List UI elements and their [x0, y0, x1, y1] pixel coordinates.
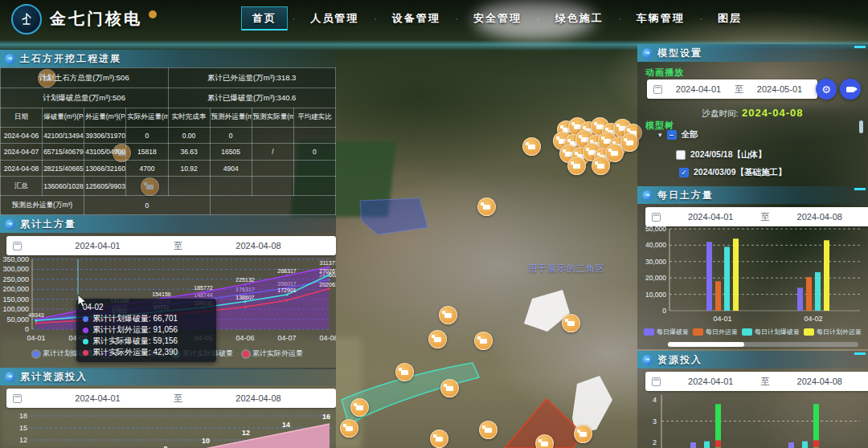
- column-header: 外运量(m³)(P/A): [84, 108, 126, 128]
- tree-item-label: 2024/03/09【基础施工】: [694, 167, 787, 178]
- chart-scrollbar-thumb[interactable]: [668, 342, 744, 347]
- svg-text:350,000: 350,000: [2, 255, 29, 263]
- svg-text:150,000: 150,000: [2, 295, 29, 303]
- summary-row: 计划爆破总量(万m³):506累计已爆破量(万m³):340.6: [1, 88, 336, 108]
- sandbox-time: 沙盘时间: 2024-04-08: [637, 105, 868, 120]
- map-marker[interactable]: [395, 363, 414, 381]
- nav-item-6[interactable]: 车辆管理: [626, 7, 695, 30]
- map-marker[interactable]: [567, 157, 586, 175]
- legend-item[interactable]: 每日计划外运量: [804, 328, 862, 336]
- cumres-area-chart: 181512810121416: [0, 368, 336, 448]
- checkbox[interactable]: –: [667, 130, 677, 140]
- panel-model-settings: ➜ 模型设置 动画播放 2024-04-01 至 2024-05-01 ⚙ 沙盘…: [637, 44, 868, 186]
- map-marker[interactable]: [592, 157, 610, 175]
- svg-text:04-01: 04-01: [713, 315, 731, 323]
- legend-item[interactable]: 每日计划爆破量: [742, 328, 800, 336]
- truck-icon: [573, 164, 580, 169]
- nav-separator-dot: ·: [374, 14, 376, 23]
- nav-item-5[interactable]: 绿色施工: [544, 7, 613, 30]
- sandbox-time-value: 2024-04-08: [742, 107, 804, 119]
- table-row: 2024-04-0642100/1349439306/3197000.000: [1, 127, 336, 144]
- summary-cell: 计划土石方总量(万m³):506: [1, 68, 169, 88]
- table-cell: 2024-04-08: [1, 160, 43, 177]
- tree-item-2[interactable]: 2024/05/18【山体】: [676, 149, 767, 161]
- animation-play-button[interactable]: [840, 79, 861, 100]
- gear-icon: ⚙: [821, 83, 831, 96]
- truck-icon: [611, 151, 618, 156]
- tooltip-row: 累计实际爆破量: 59,156: [83, 336, 210, 347]
- map-marker[interactable]: [479, 421, 497, 439]
- animation-settings-button[interactable]: ⚙: [816, 79, 837, 100]
- map-marker[interactable]: [439, 306, 457, 324]
- model-date-range[interactable]: 2024-04-01 至 2024-05-01: [647, 79, 817, 99]
- map-marker[interactable]: [620, 133, 639, 152]
- truck-icon: [434, 337, 441, 342]
- tooltip-row: 累计实际外运量: 42,390: [83, 347, 210, 358]
- map-marker[interactable]: [574, 425, 592, 443]
- checkbox[interactable]: [676, 150, 686, 160]
- column-header: 预测外运量(m³): [210, 108, 252, 128]
- legend-item[interactable]: 累计实际外运量: [243, 348, 303, 359]
- nav-item-4[interactable]: 安全管理: [463, 7, 532, 30]
- nav-item-2[interactable]: 人员管理: [300, 7, 369, 30]
- footer-value: 0: [84, 196, 210, 215]
- series-dot-icon: [83, 316, 88, 322]
- series-dot-icon: [83, 339, 88, 344]
- table-cell: 2024-04-06: [1, 127, 43, 144]
- series-dot-icon: [83, 328, 88, 333]
- svg-text:100,000: 100,000: [2, 305, 29, 313]
- summary-row: 计划土石方总量(万m³):506累计已外运量(万m³):318.3: [1, 68, 336, 88]
- map-marker[interactable]: [350, 398, 369, 417]
- panel-cumulative-earthwork: ➜ 累计土方量 2024-04-01 至 2024-04-08 050,0001…: [0, 215, 336, 369]
- legend-item[interactable]: 每日爆破量: [644, 328, 689, 336]
- legend-swatch-icon: [693, 328, 703, 336]
- truck-icon: [346, 426, 353, 431]
- nav-item-7[interactable]: 图层: [707, 7, 752, 30]
- map-marker[interactable]: [428, 330, 447, 348]
- legend-label: 累计实际外运量: [252, 348, 303, 359]
- truck-icon: [446, 386, 453, 391]
- panel-arrow-icon: ➜: [5, 54, 15, 64]
- table-cell: [293, 127, 335, 144]
- map-marker[interactable]: [430, 430, 448, 448]
- map-marker[interactable]: [562, 314, 580, 332]
- tree-item-1[interactable]: ▾–全部: [658, 129, 698, 141]
- map-marker[interactable]: [535, 434, 554, 448]
- map-marker[interactable]: [440, 379, 459, 397]
- checkbox[interactable]: ✓: [679, 168, 689, 177]
- nav-separator-dot: ·: [293, 14, 295, 23]
- legend-label: 每日计划外运量: [817, 328, 862, 336]
- table-cell: 43105/04900: [84, 144, 126, 161]
- table-cell: 4700: [126, 160, 168, 177]
- tree-item-3[interactable]: ✓2024/03/09【基础施工】: [679, 167, 787, 178]
- panel-scrollbar-thumb[interactable]: [859, 120, 863, 133]
- overlay-blue-zone: [360, 198, 428, 234]
- map-marker[interactable]: [522, 137, 541, 156]
- truck-icon: [528, 145, 535, 149]
- daily-legend[interactable]: 每日爆破量每日外运量每日计划爆破量每日计划外运量: [637, 328, 868, 336]
- table-cell: 39306/31970: [84, 127, 126, 144]
- table-row: 汇总136060/102838125605/99030: [1, 177, 336, 196]
- caret-down-icon[interactable]: ▾: [658, 131, 662, 139]
- legend-swatch-icon: [644, 328, 654, 336]
- legend-item[interactable]: 每日外运量: [693, 328, 738, 336]
- map-marker[interactable]: [340, 419, 358, 438]
- panel-title: 模型设置: [657, 47, 702, 60]
- svg-text:40,000: 40,000: [645, 241, 666, 249]
- mouse-cursor: [77, 294, 88, 308]
- nav-item-1[interactable]: 首页: [241, 6, 288, 31]
- tooltip-title: 04-02: [83, 303, 210, 312]
- map-marker[interactable]: [477, 198, 496, 216]
- svg-text:04-01: 04-01: [27, 334, 45, 342]
- tooltip-text: 累计计划爆破量: 66,701: [92, 313, 178, 324]
- progress-table: 计划土石方总量(万m³):506累计已外运量(万m³):318.3计划爆破总量(…: [0, 67, 336, 215]
- nav-item-3[interactable]: 设备管理: [382, 7, 451, 30]
- column-header: 爆破量(m³)(P/A): [43, 108, 84, 128]
- svg-text:04-07: 04-07: [277, 334, 296, 342]
- table-cell: 4904: [210, 160, 252, 177]
- map-marker[interactable]: [474, 332, 493, 350]
- svg-text:154156: 154156: [152, 291, 170, 297]
- svg-text:04-08: 04-08: [319, 334, 336, 342]
- tree-item-label: 2024/05/18【山体】: [690, 149, 767, 161]
- tooltip-row: 累计计划外运量: 91,056: [83, 324, 210, 336]
